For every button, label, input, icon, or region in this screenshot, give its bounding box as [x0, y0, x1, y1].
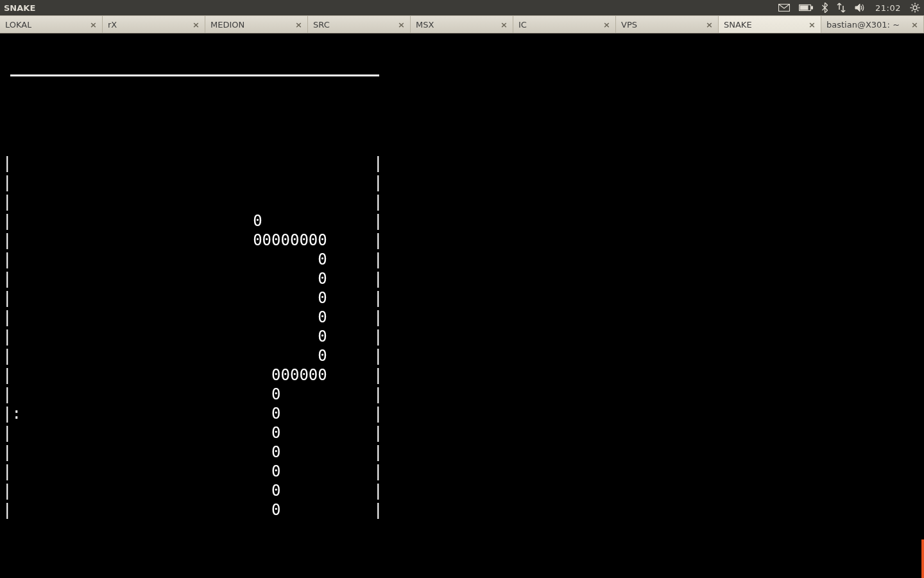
bluetooth-icon[interactable] [822, 3, 828, 13]
close-icon[interactable]: × [193, 21, 200, 29]
tab-label: VPS [621, 20, 637, 30]
svg-line-9 [912, 4, 913, 6]
window-title: SNAKE [4, 3, 35, 13]
sound-icon[interactable] [855, 3, 866, 13]
network-icon[interactable] [837, 3, 846, 13]
tab-label: IC [518, 20, 527, 30]
tab-label: rX [108, 20, 117, 30]
gear-icon[interactable] [910, 3, 920, 13]
close-icon[interactable]: × [295, 21, 302, 29]
tab-msx[interactable]: MSX× [411, 16, 513, 33]
tab-label: MSX [416, 20, 434, 30]
tab-label: LOKAL [5, 20, 31, 30]
close-icon[interactable]: × [603, 21, 610, 29]
close-icon[interactable]: × [809, 21, 816, 29]
tab-bastian-x301-[interactable]: bastian@X301: ~× [821, 16, 924, 33]
close-icon[interactable]: × [90, 21, 97, 29]
close-icon[interactable]: × [706, 21, 713, 29]
close-icon[interactable]: × [398, 21, 405, 29]
svg-rect-3 [800, 6, 808, 10]
tab-snake[interactable]: SNAKE× [719, 16, 821, 33]
launcher-edge [921, 539, 924, 578]
game-board: | | | | | | | 0 | | 00000 [3, 115, 921, 558]
system-indicators: 21:02 [778, 3, 920, 13]
svg-line-10 [918, 10, 919, 12]
close-icon[interactable]: × [501, 21, 508, 29]
game-top-border [10, 74, 379, 76]
clock[interactable]: 21:02 [875, 3, 901, 13]
svg-point-4 [913, 6, 917, 10]
tab-rx[interactable]: rX× [103, 16, 205, 33]
terminal-viewport[interactable]: | | | | | | | 0 | | 00000 [0, 33, 924, 578]
game-rows: | | | | | | | 0 | | 00000 [3, 153, 921, 520]
tab-medion[interactable]: MEDION× [205, 16, 308, 33]
tab-lokal[interactable]: LOKAL× [0, 16, 103, 33]
system-menubar: SNAKE 21:02 [0, 0, 924, 15]
svg-line-11 [912, 10, 913, 12]
mail-icon[interactable] [778, 4, 790, 12]
battery-icon[interactable] [799, 4, 813, 12]
terminal-tabbar: LOKAL×rX×MEDION×SRC×MSX×IC×VPS×SNAKE×bas… [0, 15, 924, 33]
tab-label: bastian@X301: ~ [826, 20, 900, 30]
close-icon[interactable]: × [911, 21, 918, 29]
tab-ic[interactable]: IC× [513, 16, 616, 33]
svg-line-12 [918, 4, 919, 6]
tab-label: SRC [313, 20, 330, 30]
tab-src[interactable]: SRC× [308, 16, 411, 33]
tab-label: MEDION [210, 20, 244, 30]
svg-rect-2 [811, 6, 813, 9]
tab-vps[interactable]: VPS× [616, 16, 719, 33]
tab-label: SNAKE [724, 20, 752, 30]
